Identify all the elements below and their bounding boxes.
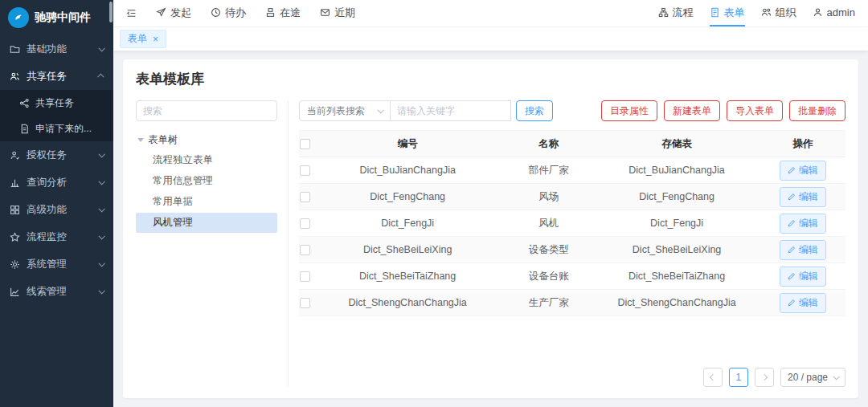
topbar-item-label: 近期 bbox=[334, 6, 355, 20]
form-icon bbox=[710, 7, 720, 18]
pencil-icon bbox=[788, 219, 796, 227]
row-checkbox[interactable] bbox=[300, 298, 310, 308]
sidebar-item-process-monitor[interactable]: 流程监控 bbox=[0, 223, 113, 250]
sidebar-item-label: 授权任务 bbox=[27, 149, 67, 162]
sidebar-scrollbar[interactable] bbox=[109, 2, 113, 22]
page-size-select[interactable]: 20 / page bbox=[780, 368, 845, 387]
cell-name: 设备台账 bbox=[504, 263, 593, 290]
column-header-actions: 操作 bbox=[760, 131, 845, 157]
tab-form[interactable]: 表单 × bbox=[120, 30, 166, 48]
topbar-item-label: 发起 bbox=[170, 6, 191, 20]
import-form-button[interactable]: 导入表单 bbox=[727, 100, 783, 121]
keyword-input[interactable] bbox=[391, 100, 511, 121]
table-row: Dict_ShengChanChangJia 生产厂家 Dict_ShengCh… bbox=[299, 290, 845, 316]
topbar-user-label: admin bbox=[827, 6, 855, 18]
sidebar-subitem-applied[interactable]: 申请下来的... bbox=[0, 116, 113, 141]
user-check-icon bbox=[10, 150, 20, 161]
topbar-item-recent[interactable]: 近期 bbox=[320, 0, 355, 26]
sidebar-item-shared-tasks[interactable]: 共享任务 bbox=[0, 63, 113, 90]
page-number-button[interactable]: 1 bbox=[729, 368, 748, 387]
table-row: Dict_FengJi 风机 Dict_FengJi 编辑 bbox=[299, 210, 845, 237]
sidebar-item-basic-functions[interactable]: 基础功能 bbox=[0, 35, 113, 63]
topbar-user-admin[interactable]: admin bbox=[813, 0, 855, 26]
sidebar-item-label: 系统管理 bbox=[27, 258, 67, 271]
cell-store: Dict_ShengChanChangJia bbox=[593, 290, 760, 316]
directory-properties-button[interactable]: 目录属性 bbox=[601, 100, 657, 121]
edit-button[interactable]: 编辑 bbox=[780, 214, 826, 234]
search-button[interactable]: 搜索 bbox=[516, 100, 553, 121]
sidebar-item-label: 流程监控 bbox=[27, 230, 67, 244]
edit-button[interactable]: 编辑 bbox=[780, 240, 826, 260]
brand-title: 驰骋中间件 bbox=[35, 10, 91, 25]
pencil-icon bbox=[788, 272, 796, 280]
user-icon bbox=[813, 7, 823, 18]
chevron-down-icon bbox=[98, 260, 104, 267]
tree-node-common-docs[interactable]: 常用单据 bbox=[136, 192, 277, 212]
tree-search-input[interactable] bbox=[136, 100, 277, 121]
row-checkbox[interactable] bbox=[300, 245, 310, 255]
table-pane: 当前列表搜索 搜索 目录属性 新建表单 导入表单 批量删除 bbox=[289, 100, 845, 387]
row-checkbox[interactable] bbox=[300, 165, 310, 176]
cell-code: Dict_FengChang bbox=[311, 184, 504, 210]
tree-node-process-independent[interactable]: 流程独立表单 bbox=[136, 150, 277, 170]
tab-close-icon[interactable]: × bbox=[153, 35, 158, 44]
topbar-item-process[interactable]: 流程 bbox=[658, 0, 694, 26]
page-title: 表单模板库 bbox=[123, 59, 858, 97]
edit-button[interactable]: 编辑 bbox=[780, 267, 826, 287]
pencil-icon bbox=[788, 166, 796, 174]
cell-store: Dict_FengChang bbox=[593, 184, 760, 210]
table-row: Dict_SheBeiLeiXing 设备类型 Dict_SheBeiLeiXi… bbox=[299, 237, 845, 263]
edit-button[interactable]: 编辑 bbox=[780, 293, 826, 313]
row-checkbox[interactable] bbox=[300, 271, 310, 282]
chevron-right-icon bbox=[761, 374, 768, 381]
cell-name: 生产厂家 bbox=[504, 290, 593, 316]
content-area: 表单模板库 表单树 流程独立表单 常用信息管理 常用单据 bbox=[113, 51, 868, 407]
select-all-checkbox[interactable] bbox=[300, 139, 310, 149]
share-icon bbox=[19, 98, 30, 108]
chevron-down-icon bbox=[98, 287, 104, 294]
app-brand[interactable]: 驰骋中间件 bbox=[0, 0, 113, 35]
pagination: 1 20 / page bbox=[299, 358, 845, 387]
topbar-item-todo[interactable]: 待办 bbox=[211, 0, 246, 26]
topbar-item-organization[interactable]: 组织 bbox=[761, 0, 796, 26]
batch-delete-button[interactable]: 批量删除 bbox=[789, 100, 845, 121]
tree-root-node[interactable]: 表单树 bbox=[136, 131, 277, 149]
sidebar-item-query-analysis[interactable]: 查询分析 bbox=[0, 169, 113, 196]
pencil-icon bbox=[788, 299, 796, 307]
chevron-down-icon bbox=[98, 45, 104, 51]
row-checkbox[interactable] bbox=[300, 218, 310, 229]
page-size-value: 20 / page bbox=[788, 372, 828, 383]
sidebar-item-system-management[interactable]: 系统管理 bbox=[0, 250, 113, 278]
app-logo-icon bbox=[8, 7, 29, 28]
edit-button[interactable]: 编辑 bbox=[780, 161, 826, 181]
row-checkbox[interactable] bbox=[300, 192, 310, 202]
tree-node-fan-management[interactable]: 风机管理 bbox=[136, 213, 277, 233]
sidebar-subitem-shared-tasks[interactable]: 共享任务 bbox=[0, 90, 113, 116]
grid-icon bbox=[10, 205, 20, 215]
prev-page-button[interactable] bbox=[703, 368, 723, 387]
topbar-item-form[interactable]: 表单 bbox=[710, 0, 745, 26]
transit-icon bbox=[265, 7, 276, 18]
form-table: 编号 名称 存储表 操作 Dict_BuJianChangJia bbox=[299, 130, 845, 316]
next-page-button[interactable] bbox=[755, 368, 774, 387]
new-form-button[interactable]: 新建表单 bbox=[664, 100, 720, 121]
form-tree: 表单树 流程独立表单 常用信息管理 常用单据 风机管理 bbox=[136, 131, 277, 234]
send-icon bbox=[156, 7, 166, 18]
form-template-card: 表单模板库 表单树 流程独立表单 常用信息管理 常用单据 bbox=[123, 59, 858, 398]
pencil-icon bbox=[788, 246, 796, 254]
search-scope-select[interactable]: 当前列表搜索 bbox=[299, 100, 391, 121]
tree-root-label: 表单树 bbox=[148, 133, 178, 147]
main-column: 发起 待办 在途 近期 流程 表单 bbox=[113, 0, 868, 407]
menu-fold-icon[interactable] bbox=[126, 8, 137, 18]
sidebar-item-clue-management[interactable]: 线索管理 bbox=[0, 278, 113, 305]
tree-node-common-info[interactable]: 常用信息管理 bbox=[136, 171, 277, 191]
topbar-item-initiate[interactable]: 发起 bbox=[156, 0, 191, 26]
sidebar-item-authorized-tasks[interactable]: 授权任务 bbox=[0, 141, 113, 169]
sidebar-item-advanced-functions[interactable]: 高级功能 bbox=[0, 196, 113, 223]
cell-store: Dict_SheBeiTaiZhang bbox=[593, 263, 760, 290]
edit-button[interactable]: 编辑 bbox=[780, 187, 826, 207]
chevron-down-icon bbox=[833, 373, 839, 380]
table-row: Dict_FengChang 风场 Dict_FengChang 编辑 bbox=[299, 184, 845, 210]
chevron-left-icon bbox=[710, 374, 716, 381]
topbar-item-in-transit[interactable]: 在途 bbox=[265, 0, 301, 26]
